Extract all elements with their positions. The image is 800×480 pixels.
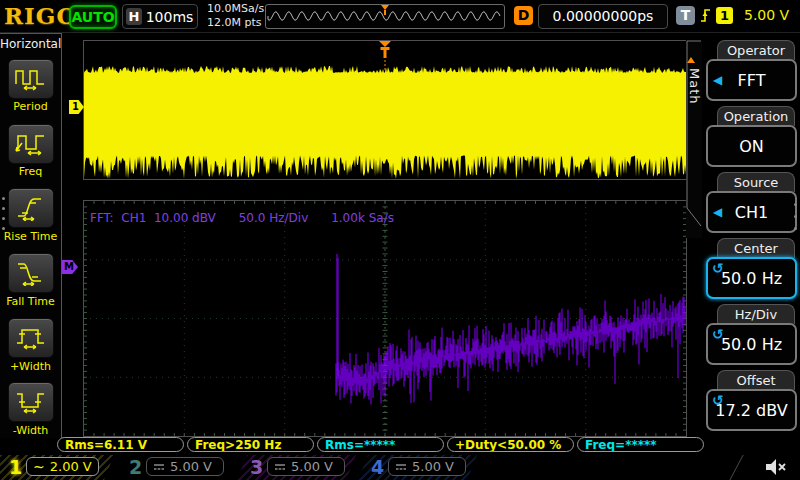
dc-coupling-icon — [274, 462, 286, 472]
trigger-level-value: 5.00 V — [744, 7, 789, 23]
measurement-freq-ch2[interactable]: Freq=***** — [577, 437, 704, 452]
waveform-memory-preview[interactable] — [265, 4, 505, 29]
acquisition-info: 10.0MSa/s 12.0M pts — [207, 2, 264, 30]
page-dot — [794, 227, 797, 230]
run-status-badge[interactable]: AUTO — [69, 5, 117, 29]
hzdiv-label: Hz/Div — [717, 304, 795, 324]
plus-width-button[interactable] — [8, 318, 54, 358]
math-level-marker[interactable]: M — [62, 260, 78, 274]
trigger-slope-icon — [699, 6, 712, 25]
fft-window: FFT: CH1 10.00 dBV 50.0 Hz/Div 1.00k Sa/… — [83, 200, 687, 437]
page-dot — [2, 207, 5, 210]
ch1-level-marker[interactable]: 1 — [69, 100, 84, 114]
hzdiv-value[interactable]: ↺ 50.0 Hz — [706, 323, 797, 365]
math-menu-tab[interactable]: Math — [686, 40, 702, 238]
horizontal-icon: H — [126, 8, 142, 25]
menu-item-offset[interactable]: Offset ↺ 17.2 dBV — [704, 370, 799, 434]
channel-status-bar: 1 ~ 2.00 V 2 5.00 V 3 5.00 V — [0, 455, 800, 480]
measurement-rms-ch2[interactable]: Rms=***** — [317, 437, 444, 452]
operator-value[interactable]: ◀ FFT — [706, 59, 797, 101]
preview-trigger-position-icon[interactable] — [266, 5, 502, 26]
timebase-value: 100ms — [142, 9, 197, 25]
sample-rate: 10.0MSa/s — [207, 2, 264, 16]
channel-4-status[interactable]: 4 5.00 V — [358, 455, 477, 480]
channel-2-box: 5.00 V — [146, 457, 224, 476]
fft-spectrum-trace — [84, 201, 686, 436]
channel-3-number: 3 — [250, 456, 263, 478]
center-value-text: 50.0 Hz — [721, 269, 782, 288]
page-dot — [794, 203, 797, 206]
knob-rotate-icon: ↺ — [712, 392, 724, 408]
menu-item-operation[interactable]: Operation ◀ ON — [704, 106, 799, 170]
status-bar: RIGOL AUTO H 100ms 10.0MSa/s 12.0M pts D… — [0, 0, 800, 33]
measurement-rms-ch1[interactable]: Rms=6.11 V — [57, 437, 184, 452]
center-value[interactable]: ↺ 50.0 Hz — [706, 257, 797, 299]
channel-3-scale: 5.00 V — [291, 459, 333, 474]
trigger-position-marker-icon[interactable] — [377, 41, 393, 73]
measurement-freq-ch1[interactable]: Freq>250 Hz — [187, 437, 314, 452]
dc-coupling-icon — [153, 462, 165, 472]
left-menu-title: Horizontal — [0, 37, 61, 51]
dc-coupling-icon — [395, 462, 407, 472]
page-dot — [2, 197, 5, 200]
minus-width-icon — [14, 389, 48, 415]
channel-4-scale: 5.00 V — [412, 459, 454, 474]
freq-label: Freq — [0, 165, 61, 178]
source-value-text: CH1 — [735, 203, 768, 222]
menu-item-operator[interactable]: Operator ◀ FFT — [704, 40, 799, 104]
rise-time-button[interactable] — [8, 188, 54, 228]
knob-rotate-icon: ↺ — [712, 260, 724, 276]
freq-button[interactable] — [8, 124, 54, 164]
channel-1-status[interactable]: 1 ~ 2.00 V — [0, 455, 114, 480]
period-icon — [14, 66, 48, 92]
channel-2-scale: 5.00 V — [170, 459, 212, 474]
trigger-source-badge: 1 — [716, 7, 733, 24]
delay-icon: D — [514, 6, 533, 25]
hzdiv-value-text: 50.0 Hz — [721, 335, 782, 354]
oscilloscope-screen: RIGOL AUTO H 100ms 10.0MSa/s 12.0M pts D… — [0, 0, 800, 480]
period-label: Period — [0, 100, 61, 113]
fall-time-label: Fall Time — [0, 295, 61, 308]
offset-value[interactable]: ↺ 17.2 dBV — [706, 389, 797, 431]
plus-width-icon — [14, 325, 48, 351]
measurement-duty-ch1[interactable]: +Duty<50.00 % — [447, 437, 574, 452]
channel-2-status[interactable]: 2 5.00 V — [116, 455, 235, 480]
channel-3-box: 5.00 V — [267, 457, 345, 476]
menu-item-center[interactable]: Center ↺ 50.0 Hz — [704, 238, 799, 302]
chevron-left-icon: ◀ — [713, 73, 722, 87]
channel-1-number: 1 — [9, 456, 22, 478]
offset-value-text: 17.2 dBV — [715, 401, 787, 420]
period-button[interactable] — [8, 59, 54, 99]
timebase-box[interactable]: H 100ms — [122, 4, 198, 29]
channel-2-number: 2 — [129, 456, 142, 478]
fall-time-icon — [14, 260, 48, 286]
offset-label: Offset — [717, 370, 795, 390]
fft-source: CH1 — [121, 211, 154, 225]
fall-time-button[interactable] — [8, 253, 54, 293]
operation-value[interactable]: ◀ ON — [706, 125, 797, 167]
fft-scale: 10.00 dBV — [154, 211, 239, 225]
math-tab-label: Math — [687, 68, 702, 105]
menu-item-source[interactable]: Source ◀ CH1 — [704, 172, 799, 236]
channel-3-status[interactable]: 3 5.00 V — [237, 455, 356, 480]
memory-depth: 12.0M pts — [207, 16, 264, 30]
speaker-muted-icon[interactable] — [764, 458, 788, 476]
trigger-icon: T — [676, 6, 695, 25]
fft-hzdiv: 50.0 Hz/Div — [239, 211, 331, 225]
knob-rotate-icon: ↺ — [712, 326, 724, 342]
fft-prefix: FFT: — [90, 211, 121, 225]
rise-time-icon — [14, 195, 48, 221]
channel-4-number: 4 — [371, 456, 384, 478]
operation-value-text: ON — [739, 137, 764, 156]
source-label: Source — [717, 172, 795, 192]
math-menu-panel: Operator ◀ FFT Operation ◀ ON Source ◀ C… — [704, 36, 799, 438]
menu-item-hzdiv[interactable]: Hz/Div ↺ 50.0 Hz — [704, 304, 799, 368]
minus-width-button[interactable] — [8, 382, 54, 422]
chevron-left-icon: ◀ — [713, 205, 722, 219]
channel-1-scale: 2.00 V — [50, 459, 92, 474]
ac-coupling-icon: ~ — [33, 462, 45, 472]
source-value[interactable]: ◀ CH1 — [706, 191, 797, 233]
page-dot — [794, 215, 797, 218]
delay-value[interactable]: 0.00000000ps — [538, 4, 668, 29]
fft-sample-rate: 1.00k Sa/s — [331, 211, 394, 225]
